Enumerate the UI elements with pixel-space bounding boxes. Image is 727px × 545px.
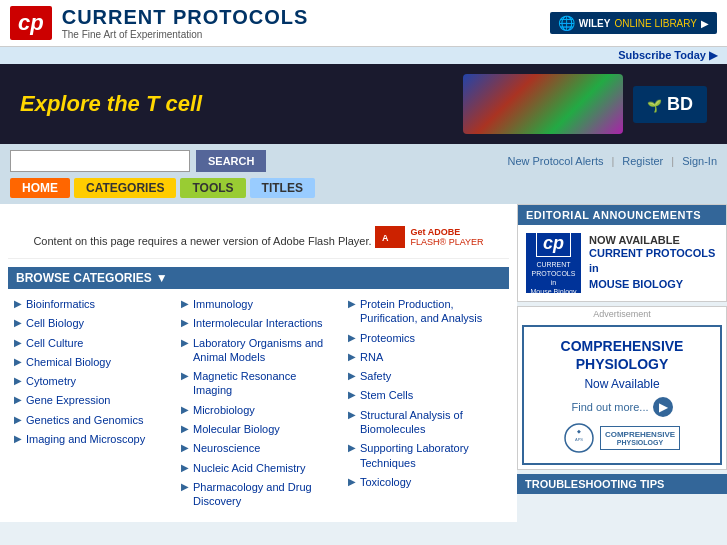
list-item[interactable]: ▶Microbiology xyxy=(181,403,336,417)
troubleshooting-header: TROUBLESHOOTING TIPS xyxy=(517,474,727,494)
content-area: Content on this page requires a newer ve… xyxy=(0,204,517,522)
search-input[interactable] xyxy=(10,150,190,172)
cat-arrow-icon: ▶ xyxy=(181,317,189,328)
ad-title-1: COMPREHENSIVE xyxy=(536,337,708,355)
category-link[interactable]: Cell Biology xyxy=(26,316,84,330)
category-link[interactable]: Magnetic Resonance Imaging xyxy=(193,369,336,398)
list-item[interactable]: ▶Bioinformatics xyxy=(14,297,169,311)
comprehensive-physiology-logo: COMPREHENSIVE PHYSIOLOGY xyxy=(600,426,680,450)
list-item[interactable]: ▶Chemical Biology xyxy=(14,355,169,369)
list-item[interactable]: ▶Supporting Laboratory Techniques xyxy=(348,441,503,470)
category-link[interactable]: RNA xyxy=(360,350,383,364)
cat-arrow-icon: ▶ xyxy=(14,298,22,309)
ad-logos: ◆ APS COMPREHENSIVE PHYSIOLOGY xyxy=(536,423,708,453)
list-item[interactable]: ▶Cell Culture xyxy=(14,336,169,350)
flash-message: Content on this page requires a newer ve… xyxy=(8,212,509,259)
wiley-icon: 🌐 xyxy=(558,15,575,31)
category-link[interactable]: Intermolecular Interactions xyxy=(193,316,323,330)
search-button[interactable]: SEARCH xyxy=(196,150,266,172)
list-item[interactable]: ▶Toxicology xyxy=(348,475,503,489)
list-item[interactable]: ▶Cell Biology xyxy=(14,316,169,330)
tab-home[interactable]: HOME xyxy=(10,178,70,198)
ad-title-2: PHYSIOLOGY xyxy=(536,355,708,373)
cat-arrow-icon: ▶ xyxy=(348,370,356,381)
banner-image xyxy=(463,74,623,134)
flash-text: Content on this page requires a newer ve… xyxy=(33,235,371,247)
ad-content[interactable]: COMPREHENSIVE PHYSIOLOGY Now Available F… xyxy=(522,325,722,465)
main-layout: Content on this page requires a newer ve… xyxy=(0,204,727,522)
list-item[interactable]: ▶Genetics and Genomics xyxy=(14,413,169,427)
category-link[interactable]: Molecular Biology xyxy=(193,422,280,436)
list-item[interactable]: ▶Protein Production, Purification, and A… xyxy=(348,297,503,326)
list-item[interactable]: ▶Imaging and Microscopy xyxy=(14,432,169,446)
category-link[interactable]: Cytometry xyxy=(26,374,76,388)
banner: Explore the T cell 🌱 BD xyxy=(0,64,727,144)
now-available: NOW AVAILABLE CURRENT PROTOCOLS in MOUSE… xyxy=(589,234,715,293)
category-link[interactable]: Supporting Laboratory Techniques xyxy=(360,441,503,470)
cat-arrow-icon: ▶ xyxy=(348,476,356,487)
register-link[interactable]: Register xyxy=(622,155,663,167)
list-item[interactable]: ▶Laboratory Organisms and Animal Models xyxy=(181,336,336,365)
category-link[interactable]: Chemical Biology xyxy=(26,355,111,369)
category-link[interactable]: Immunology xyxy=(193,297,253,311)
category-link[interactable]: Proteomics xyxy=(360,331,415,345)
cat-arrow-icon: ▶ xyxy=(181,337,189,348)
category-link[interactable]: Structural Analysis of Biomolecules xyxy=(360,408,503,437)
banner-text: Explore the T cell xyxy=(20,91,202,117)
now-available-label: NOW AVAILABLE xyxy=(589,234,715,246)
list-item[interactable]: ▶Nucleic Acid Chemistry xyxy=(181,461,336,475)
list-item[interactable]: ▶Intermolecular Interactions xyxy=(181,316,336,330)
category-link[interactable]: Laboratory Organisms and Animal Models xyxy=(193,336,336,365)
category-link[interactable]: Nucleic Acid Chemistry xyxy=(193,461,305,475)
category-link[interactable]: Imaging and Microscopy xyxy=(26,432,145,446)
list-item[interactable]: ▶Structural Analysis of Biomolecules xyxy=(348,408,503,437)
category-link[interactable]: Safety xyxy=(360,369,391,383)
get-adobe-area[interactable]: A Get ADOBE FLASH® PLAYER xyxy=(375,226,484,248)
sign-in-link[interactable]: Sign-In xyxy=(682,155,717,167)
cp-badge-logo: cp xyxy=(536,230,571,257)
bd-icon: 🌱 xyxy=(647,99,662,113)
category-link[interactable]: Microbiology xyxy=(193,403,255,417)
cat-arrow-icon: ▶ xyxy=(14,337,22,348)
tab-categories[interactable]: CATEGORIES xyxy=(74,178,176,198)
cat-arrow-icon: ▶ xyxy=(14,375,22,386)
editorial-header: EDITORIAL ANNOUNCEMENTS xyxy=(518,205,726,225)
wiley-badge[interactable]: 🌐 WILEY ONLINE LIBRARY ▶ xyxy=(550,12,717,34)
new-protocol-alerts-link[interactable]: New Protocol Alerts xyxy=(507,155,603,167)
list-item[interactable]: ▶Safety xyxy=(348,369,503,383)
ad-box: Advertisement COMPREHENSIVE PHYSIOLOGY N… xyxy=(517,306,727,470)
list-item[interactable]: ▶Pharmacology and Drug Discovery xyxy=(181,480,336,509)
cat-arrow-icon: ▶ xyxy=(14,394,22,405)
find-out-more[interactable]: Find out more... ▶ xyxy=(536,397,708,417)
category-link[interactable]: Pharmacology and Drug Discovery xyxy=(193,480,336,509)
category-link[interactable]: Cell Culture xyxy=(26,336,83,350)
cat-arrow-icon: ▶ xyxy=(14,356,22,367)
subscribe-link[interactable]: Subscribe Today ▶ xyxy=(618,49,717,61)
ad-subtitle: Now Available xyxy=(536,377,708,391)
bd-logo: 🌱 BD xyxy=(633,86,707,123)
list-item[interactable]: ▶Stem Cells xyxy=(348,388,503,402)
category-link[interactable]: Stem Cells xyxy=(360,388,413,402)
category-link[interactable]: Genetics and Genomics xyxy=(26,413,143,427)
category-link[interactable]: Neuroscience xyxy=(193,441,260,455)
category-link[interactable]: Toxicology xyxy=(360,475,411,489)
category-link[interactable]: Bioinformatics xyxy=(26,297,95,311)
category-link[interactable]: Gene Expression xyxy=(26,393,110,407)
list-item[interactable]: ▶Neuroscience xyxy=(181,441,336,455)
tab-titles[interactable]: TITLES xyxy=(250,178,315,198)
list-item[interactable]: ▶Gene Expression xyxy=(14,393,169,407)
nav-tabs: HOME CATEGORIES TOOLS TITLES xyxy=(0,178,727,204)
browse-categories-header[interactable]: BROWSE CATEGORIES ▼ xyxy=(8,267,509,289)
list-item[interactable]: ▶Magnetic Resonance Imaging xyxy=(181,369,336,398)
list-item[interactable]: ▶Proteomics xyxy=(348,331,503,345)
category-link[interactable]: Protein Production, Purification, and An… xyxy=(360,297,503,326)
list-item[interactable]: ▶Immunology xyxy=(181,297,336,311)
banner-right: 🌱 BD xyxy=(463,74,707,134)
list-item[interactable]: ▶RNA xyxy=(348,350,503,364)
list-item[interactable]: ▶Molecular Biology xyxy=(181,422,336,436)
tab-tools[interactable]: TOOLS xyxy=(180,178,245,198)
find-out-arrow-icon: ▶ xyxy=(653,397,673,417)
subscribe-bar: Subscribe Today ▶ xyxy=(0,47,727,64)
cat-arrow-icon: ▶ xyxy=(348,442,356,453)
list-item[interactable]: ▶Cytometry xyxy=(14,374,169,388)
